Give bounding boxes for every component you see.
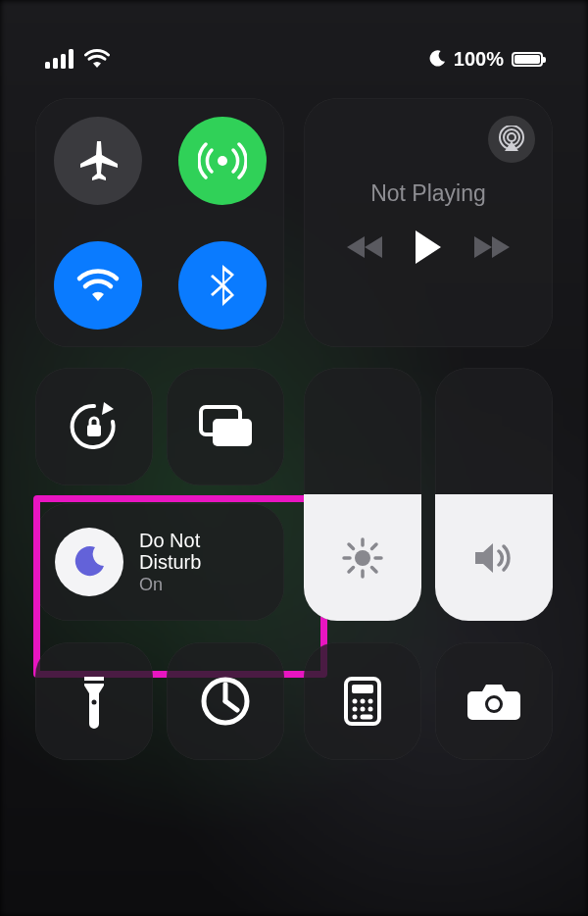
airplay-button[interactable] — [488, 116, 535, 163]
svg-line-17 — [372, 567, 377, 572]
svg-point-29 — [361, 707, 366, 712]
brightness-slider[interactable] — [304, 368, 421, 621]
cellular-data-button[interactable] — [178, 117, 267, 205]
media-title: Not Playing — [370, 180, 486, 207]
moon-icon — [72, 544, 107, 580]
battery-percentage: 100% — [454, 48, 504, 71]
wifi-button[interactable] — [54, 241, 142, 330]
cellular-antenna-icon — [198, 136, 247, 185]
svg-rect-1 — [53, 58, 58, 69]
svg-point-4 — [218, 156, 227, 166]
orientation-lock-icon — [65, 397, 123, 456]
bluetooth-icon — [208, 263, 237, 308]
svg-rect-20 — [84, 681, 104, 684]
orientation-lock-button[interactable] — [35, 368, 153, 485]
svg-point-25 — [353, 699, 358, 704]
wifi-status-icon — [84, 49, 110, 69]
svg-rect-24 — [352, 685, 373, 693]
flashlight-button[interactable] — [35, 642, 153, 760]
volume-slider[interactable] — [435, 368, 553, 621]
flashlight-icon — [79, 673, 109, 730]
bluetooth-button[interactable] — [178, 241, 267, 330]
wifi-icon — [74, 266, 122, 305]
svg-point-11 — [355, 550, 370, 566]
svg-rect-32 — [361, 715, 373, 720]
do-not-disturb-button[interactable]: Do Not Disturb On — [35, 503, 284, 621]
media-panel[interactable]: Not Playing — [304, 98, 553, 347]
svg-rect-3 — [69, 49, 74, 69]
dnd-status: On — [139, 575, 201, 595]
battery-icon — [512, 52, 543, 67]
svg-line-18 — [372, 544, 377, 549]
camera-button[interactable] — [435, 642, 553, 760]
rewind-icon[interactable] — [345, 234, 384, 260]
svg-point-21 — [92, 700, 97, 705]
dnd-title: Do Not Disturb — [139, 530, 201, 573]
svg-rect-2 — [61, 54, 66, 69]
calculator-button[interactable] — [304, 642, 421, 760]
svg-line-16 — [349, 544, 354, 549]
svg-point-5 — [508, 133, 515, 141]
connectivity-panel[interactable] — [35, 98, 284, 347]
svg-point-31 — [353, 715, 358, 720]
brightness-icon — [341, 536, 384, 580]
signal-bars-icon — [45, 49, 74, 69]
svg-rect-10 — [213, 419, 252, 446]
svg-rect-0 — [45, 62, 50, 69]
screen-mirroring-icon — [197, 403, 254, 450]
svg-point-30 — [368, 707, 373, 712]
speaker-icon — [471, 539, 516, 577]
svg-point-34 — [488, 698, 500, 710]
airplay-icon — [498, 126, 525, 153]
forward-icon[interactable] — [472, 234, 512, 260]
svg-point-27 — [368, 699, 373, 704]
timer-button[interactable] — [167, 642, 284, 760]
moon-status-icon — [428, 50, 446, 68]
camera-icon — [466, 680, 521, 723]
airplane-mode-button[interactable] — [54, 117, 142, 205]
svg-point-26 — [361, 699, 366, 704]
play-icon[interactable] — [416, 230, 441, 264]
airplane-icon — [75, 138, 121, 183]
svg-point-28 — [353, 707, 358, 712]
screen-mirroring-button[interactable] — [167, 368, 284, 485]
calculator-icon — [343, 676, 382, 727]
status-bar: 100% — [35, 0, 553, 78]
svg-line-19 — [349, 567, 354, 572]
timer-icon — [199, 675, 252, 728]
svg-rect-8 — [87, 425, 101, 436]
